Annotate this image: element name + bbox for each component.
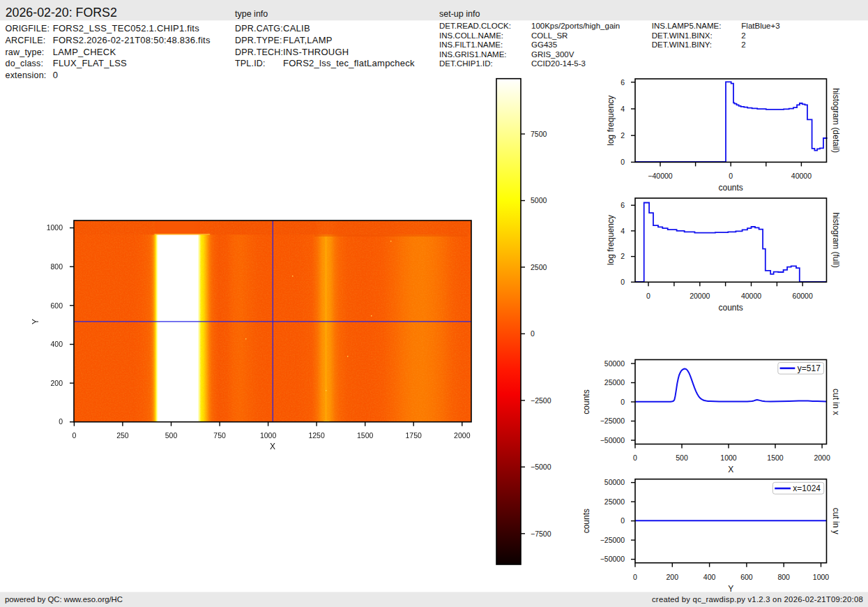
- svg-text:2000: 2000: [814, 454, 830, 462]
- svg-text:−25000: −25000: [600, 417, 625, 425]
- svg-text:20000: 20000: [690, 292, 710, 300]
- svg-text:log frequency: log frequency: [606, 215, 616, 265]
- svg-text:1750: 1750: [406, 431, 422, 440]
- svg-text:0: 0: [620, 278, 625, 286]
- svg-text:500: 500: [165, 431, 178, 440]
- svg-text:2500: 2500: [531, 263, 547, 271]
- svg-text:counts: counts: [581, 389, 591, 414]
- svg-text:DET.WIN1.BINY:: DET.WIN1.BINY:: [652, 40, 712, 49]
- svg-text:200: 200: [50, 379, 63, 387]
- svg-text:FORS2_LSS_TEC052.1.CHIP1.fits: FORS2_LSS_TEC052.1.CHIP1.fits: [53, 23, 200, 33]
- svg-text:cut in y: cut in y: [831, 508, 841, 534]
- svg-text:LAMP_CHECK: LAMP_CHECK: [53, 47, 116, 57]
- svg-text:−50000: −50000: [600, 555, 625, 563]
- svg-text:100Kps/2ports/high_gain: 100Kps/2ports/high_gain: [531, 22, 620, 30]
- svg-text:created by qc_rawdisp.py v1.2.: created by qc_rawdisp.py v1.2.3 on 2026-…: [652, 595, 863, 604]
- svg-text:2: 2: [620, 252, 625, 260]
- svg-text:CALIB: CALIB: [283, 23, 310, 33]
- svg-text:FlatBlue+3: FlatBlue+3: [741, 22, 779, 30]
- svg-text:CCID20-14-5-3: CCID20-14-5-3: [531, 59, 586, 68]
- svg-text:counts: counts: [581, 509, 591, 533]
- svg-text:6: 6: [620, 201, 625, 209]
- svg-text:set-up info: set-up info: [439, 9, 480, 19]
- svg-text:histogram (detail): histogram (detail): [831, 88, 841, 153]
- svg-text:0: 0: [531, 329, 535, 338]
- svg-text:extension:: extension:: [6, 70, 47, 80]
- svg-text:1000: 1000: [720, 454, 737, 462]
- svg-text:counts: counts: [719, 303, 743, 313]
- svg-text:ORIGFILE:: ORIGFILE:: [6, 24, 50, 33]
- svg-text:Y: Y: [31, 319, 40, 324]
- svg-text:0: 0: [729, 172, 733, 180]
- svg-text:200: 200: [667, 573, 679, 581]
- svg-text:DET.CHIP1.ID:: DET.CHIP1.ID:: [439, 59, 493, 68]
- svg-text:counts: counts: [719, 183, 743, 193]
- svg-text:500: 500: [676, 454, 688, 462]
- svg-text:powered by QC: www.eso.org/HC: powered by QC: www.eso.org/HC: [5, 595, 123, 604]
- svg-text:600: 600: [740, 573, 753, 581]
- svg-text:raw_type:: raw_type:: [6, 47, 45, 57]
- svg-text:1500: 1500: [357, 431, 374, 440]
- svg-text:1250: 1250: [308, 431, 325, 440]
- svg-text:2000: 2000: [454, 431, 471, 440]
- svg-text:6: 6: [620, 78, 625, 87]
- svg-text:histogram (full): histogram (full): [831, 212, 841, 267]
- svg-text:do_class:: do_class:: [6, 59, 44, 68]
- svg-text:−25000: −25000: [600, 536, 625, 544]
- svg-text:INS.FILT1.NAME:: INS.FILT1.NAME:: [439, 40, 503, 49]
- svg-text:INS.GRIS1.NAME:: INS.GRIS1.NAME:: [439, 50, 507, 59]
- svg-text:FLAT,LAMP: FLAT,LAMP: [283, 35, 333, 45]
- svg-text:7500: 7500: [531, 130, 547, 138]
- svg-text:TPL.ID:: TPL.ID:: [235, 59, 266, 68]
- svg-text:1000: 1000: [47, 223, 63, 232]
- svg-text:FLUX_FLAT_LSS: FLUX_FLAT_LSS: [53, 58, 127, 68]
- svg-text:25000: 25000: [604, 497, 625, 506]
- svg-text:4: 4: [620, 227, 625, 235]
- svg-text:−2500: −2500: [531, 396, 551, 405]
- svg-text:−50000: −50000: [600, 436, 625, 444]
- svg-text:0: 0: [646, 292, 650, 300]
- svg-text:1000: 1000: [813, 573, 830, 581]
- svg-text:DPR.CATG:: DPR.CATG:: [235, 24, 283, 33]
- svg-text:FORS2_lss_tec_flatLampcheck: FORS2_lss_tec_flatLampcheck: [283, 58, 415, 68]
- svg-text:400: 400: [50, 340, 63, 348]
- svg-text:2026-02-20: FORS2: 2026-02-20: FORS2: [6, 6, 117, 20]
- svg-text:2: 2: [620, 131, 625, 140]
- svg-text:Y: Y: [728, 584, 733, 594]
- svg-text:600: 600: [50, 301, 63, 310]
- svg-text:50000: 50000: [604, 478, 625, 486]
- svg-text:2: 2: [741, 40, 745, 49]
- svg-text:5000: 5000: [531, 196, 547, 204]
- svg-text:DET.WIN1.BINX:: DET.WIN1.BINX:: [652, 31, 713, 40]
- svg-text:−5000: −5000: [531, 463, 551, 471]
- svg-text:INS-THROUGH: INS-THROUGH: [283, 47, 349, 57]
- svg-text:0: 0: [620, 516, 625, 525]
- svg-text:0: 0: [620, 398, 625, 406]
- svg-text:4: 4: [620, 105, 625, 113]
- svg-text:25000: 25000: [604, 378, 625, 387]
- svg-text:0: 0: [633, 454, 637, 462]
- svg-text:X: X: [270, 442, 275, 451]
- svg-text:X: X: [728, 465, 733, 474]
- svg-text:1500: 1500: [767, 454, 784, 462]
- svg-text:0: 0: [633, 573, 637, 581]
- svg-text:800: 800: [50, 262, 63, 271]
- svg-text:x=1024: x=1024: [793, 484, 821, 493]
- svg-text:1000: 1000: [260, 431, 277, 440]
- svg-text:0: 0: [620, 158, 625, 166]
- svg-text:60000: 60000: [793, 292, 813, 300]
- svg-text:0: 0: [53, 70, 58, 80]
- svg-text:y=517: y=517: [798, 364, 821, 373]
- svg-text:DET.READ.CLOCK:: DET.READ.CLOCK:: [439, 22, 511, 30]
- svg-text:FORS2.2026-02-21T08:50:48.836.: FORS2.2026-02-21T08:50:48.836.fits: [53, 35, 211, 45]
- svg-text:COLL_SR: COLL_SR: [531, 31, 568, 40]
- svg-text:50000: 50000: [604, 359, 625, 368]
- svg-text:40000: 40000: [741, 292, 761, 300]
- svg-text:0: 0: [72, 431, 76, 440]
- svg-text:400: 400: [703, 573, 716, 581]
- svg-text:INS.COLL.NAME:: INS.COLL.NAME:: [439, 31, 503, 40]
- svg-text:GG435: GG435: [531, 40, 557, 49]
- svg-text:GRIS_300V: GRIS_300V: [531, 50, 574, 59]
- svg-text:−40000: −40000: [648, 172, 672, 180]
- svg-text:cut in x: cut in x: [831, 389, 841, 415]
